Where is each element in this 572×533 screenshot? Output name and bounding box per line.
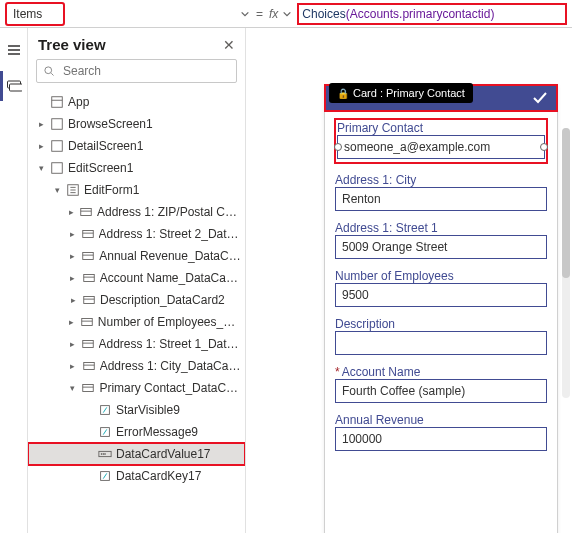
fx-label: fx: [269, 7, 292, 21]
chevron-icon[interactable]: ▾: [36, 163, 46, 173]
tree-item[interactable]: DataCardKey17: [28, 465, 245, 487]
property-dropdown[interactable]: Items: [6, 3, 64, 25]
card-icon: [80, 315, 94, 329]
tree-item[interactable]: ▾EditForm1: [28, 179, 245, 201]
card-icon: [81, 249, 95, 263]
tree-list[interactable]: App▸BrowseScreen1▸DetailScreen1▾EditScre…: [28, 91, 245, 533]
tree-item[interactable]: ▸Address 1: Street 1_DataCard2: [28, 333, 245, 355]
svg-rect-16: [83, 385, 94, 392]
canvas: 🔒 Card : Primary Contact Primary Contact…: [246, 28, 572, 533]
svg-point-20: [101, 454, 102, 455]
card-icon: [81, 227, 95, 241]
search-input[interactable]: [61, 63, 230, 79]
tree-item[interactable]: ▸Description_DataCard2: [28, 289, 245, 311]
tree-item[interactable]: ▸Number of Employees_DataCard2: [28, 311, 245, 333]
tree-view-icon[interactable]: [2, 74, 26, 98]
chevron-icon[interactable]: ▾: [68, 383, 77, 393]
property-dropdown-full[interactable]: [70, 3, 250, 25]
ctrl-icon: [98, 403, 112, 417]
svg-rect-12: [84, 297, 95, 304]
tree-item[interactable]: StarVisible9: [28, 399, 245, 421]
card-icon: [82, 271, 96, 285]
formula-input[interactable]: Choices(Accounts.primarycontactid): [298, 4, 566, 24]
tree-item[interactable]: DataCardValue17: [28, 443, 245, 465]
tree-item[interactable]: ▸Annual Revenue_DataCard2: [28, 245, 245, 267]
chevron-icon[interactable]: ▸: [68, 339, 77, 349]
field-label: Primary Contact: [337, 121, 545, 135]
tree-item-label: Address 1: City_DataCard2: [100, 359, 241, 373]
svg-rect-3: [52, 97, 63, 108]
chevron-icon[interactable]: ▸: [68, 317, 76, 327]
text-input[interactable]: [335, 331, 547, 355]
left-rail: [0, 28, 28, 533]
tree-item[interactable]: App: [28, 91, 245, 113]
card-icon: [82, 359, 96, 373]
field-label: Number of Employees: [335, 269, 547, 283]
form-icon: [66, 183, 80, 197]
tree-item-label: Account Name_DataCard2: [100, 271, 241, 285]
svg-rect-13: [82, 319, 93, 326]
field-label: Address 1: Street 1: [335, 221, 547, 235]
text-input[interactable]: Renton: [335, 187, 547, 211]
tree-item-label: Primary Contact_DataCard1: [99, 381, 241, 395]
tree-item-label: App: [68, 95, 89, 109]
svg-point-21: [103, 454, 104, 455]
chevron-icon[interactable]: ▸: [68, 207, 75, 217]
search-box[interactable]: [36, 59, 237, 83]
text-input[interactable]: Fourth Coffee (sample): [335, 379, 547, 403]
close-icon[interactable]: ✕: [223, 37, 235, 53]
chevron-icon[interactable]: ▸: [68, 229, 77, 239]
submit-check-icon[interactable]: [531, 89, 549, 107]
tree-item[interactable]: ▸DetailScreen1: [28, 135, 245, 157]
tree-item-label: Number of Employees_DataCard2: [98, 315, 241, 329]
text-input[interactable]: 5009 Orange Street: [335, 235, 547, 259]
chevron-icon[interactable]: ▾: [52, 185, 62, 195]
field-label: Address 1: City: [335, 173, 547, 187]
screen-icon: [50, 139, 64, 153]
tree-item[interactable]: ▸Address 1: Street 2_DataCard2: [28, 223, 245, 245]
field-value: someone_a@example.com: [344, 140, 490, 154]
tree-item-label: Annual Revenue_DataCard2: [99, 249, 241, 263]
chevron-icon[interactable]: ▸: [68, 273, 78, 283]
input-icon: [98, 447, 112, 461]
tree-pane: Tree view ✕ App▸BrowseScreen1▸DetailScre…: [28, 28, 246, 533]
chevron-icon[interactable]: ▸: [68, 295, 78, 305]
lock-icon: 🔒: [337, 88, 349, 99]
app-icon: [50, 95, 64, 109]
svg-rect-1: [9, 84, 22, 91]
tree-item-label: ErrorMessage9: [116, 425, 198, 439]
text-input[interactable]: 100000: [335, 427, 547, 451]
chevron-icon[interactable]: ▸: [36, 141, 46, 151]
tree-item[interactable]: ▾EditScreen1: [28, 157, 245, 179]
hamburger-icon[interactable]: [2, 38, 26, 62]
chevron-icon[interactable]: ▸: [36, 119, 46, 129]
card-chip[interactable]: 🔒 Card : Primary Contact: [329, 83, 473, 103]
card-icon: [79, 205, 93, 219]
tree-item-label: StarVisible9: [116, 403, 180, 417]
tree-item-label: DataCardValue17: [116, 447, 211, 461]
card-header: 🔒 Card : Primary Contact: [325, 85, 557, 111]
chevron-icon[interactable]: ▸: [68, 361, 78, 371]
tree-item[interactable]: ErrorMessage9: [28, 421, 245, 443]
screen-icon: [50, 161, 64, 175]
card-icon: [81, 337, 95, 351]
tree-item[interactable]: ▸Address 1: City_DataCard2: [28, 355, 245, 377]
search-icon: [43, 65, 55, 77]
chevron-icon[interactable]: ▸: [68, 251, 77, 261]
svg-rect-4: [52, 119, 63, 130]
tree-item[interactable]: ▸Address 1: ZIP/Postal Code_DataCard: [28, 201, 245, 223]
combo-input[interactable]: someone_a@example.com: [337, 135, 545, 159]
card-icon: [81, 381, 95, 395]
tree-item[interactable]: ▾Primary Contact_DataCard1: [28, 377, 245, 399]
tree-item-label: EditScreen1: [68, 161, 133, 175]
svg-rect-15: [83, 363, 94, 370]
tree-item-label: Address 1: Street 2_DataCard2: [99, 227, 241, 241]
svg-rect-6: [52, 163, 63, 174]
svg-rect-8: [81, 209, 92, 216]
scrollbar-thumb[interactable]: [562, 128, 570, 278]
tree-item[interactable]: ▸Account Name_DataCard2: [28, 267, 245, 289]
canvas-scrollbar[interactable]: [562, 128, 570, 398]
tree-item[interactable]: ▸BrowseScreen1: [28, 113, 245, 135]
text-input[interactable]: 9500: [335, 283, 547, 307]
tree-item-label: EditForm1: [84, 183, 139, 197]
